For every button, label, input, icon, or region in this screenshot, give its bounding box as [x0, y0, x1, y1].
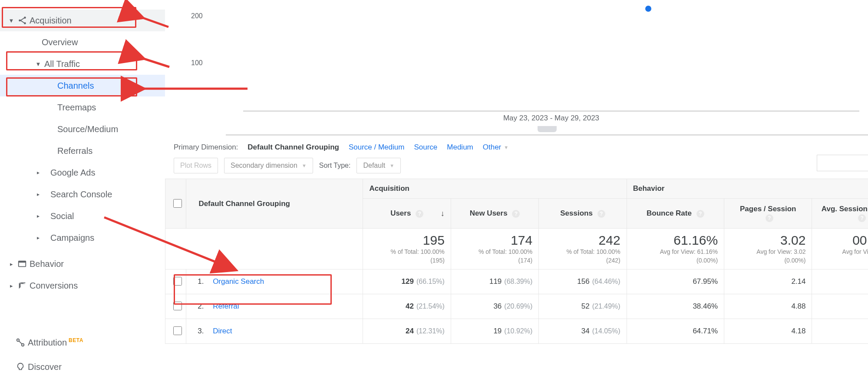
caret-down-icon: ▼	[302, 163, 307, 168]
nav-overview[interactable]: Overview	[0, 31, 165, 53]
help-icon[interactable]: ?	[416, 210, 423, 218]
svg-line-3	[20, 18, 24, 21]
header-avg-session-duration[interactable]: Avg. Session Duration ?	[812, 199, 868, 229]
cell-new-users: 19	[493, 327, 502, 335]
chart-x-axis: May 23, 2023 - May 29, 2023	[243, 111, 859, 125]
main-content: Users 200 100 May 23, 2023 - May 29, 202…	[165, 0, 868, 379]
sidebar: ▼ Acquisition Overview ▼ All Traffic Cha…	[0, 0, 165, 379]
cell-new-users-pct: (20.69%)	[504, 303, 532, 310]
select-all-checkbox[interactable]	[173, 199, 182, 208]
sort-type-value: Default	[363, 162, 385, 170]
cell-bounce: 38.46%	[627, 294, 724, 319]
primary-dimension-bar: Primary Dimension: Default Channel Group…	[165, 135, 868, 156]
y-axis-label-100: 100	[191, 59, 203, 67]
acquisition-icon	[15, 16, 30, 25]
cell-sessions-pct: (64.46%)	[592, 278, 620, 285]
nav-campaigns[interactable]: ▸ Campaigns	[0, 227, 165, 249]
help-icon[interactable]: ?	[766, 214, 773, 222]
table-row: 2. Referral 42(21.54%) 36(20.69%) 52(21.…	[165, 294, 868, 319]
nav-google-ads[interactable]: ▸ Google Ads	[0, 162, 165, 183]
nav-referrals[interactable]: Referrals	[0, 140, 165, 162]
channels-table: Default Channel Grouping Acquisition Beh…	[165, 179, 868, 344]
svg-point-0	[19, 20, 21, 22]
help-icon[interactable]: ?	[858, 214, 866, 222]
header-pages-per-session[interactable]: Pages / Session ?	[724, 199, 812, 229]
plot-rows-button[interactable]: Plot Rows	[174, 158, 218, 173]
nav-attribution-label: AttributionBETA	[28, 337, 165, 348]
cell-pps: 2.14	[724, 269, 812, 294]
cell-new-users-pct: (68.39%)	[504, 278, 532, 285]
dim-link-medium[interactable]: Medium	[447, 143, 473, 152]
cell-users-pct: (21.54%)	[416, 303, 445, 310]
nav-attribution[interactable]: AttributionBETA	[0, 330, 165, 355]
header-bounce-rate[interactable]: Bounce Rate ?	[627, 199, 724, 229]
total-bounce-rate: 61.16% Avg for View: 61.16% (0.00%)	[627, 229, 724, 269]
dim-link-other[interactable]: Other ▼	[483, 143, 508, 152]
header-sessions[interactable]: Sessions ?	[539, 199, 627, 229]
caret-down-icon: ▼	[389, 163, 394, 168]
nav-behavior[interactable]: ▸ Behavior	[0, 253, 165, 275]
caret-right-icon: ▸	[35, 170, 42, 176]
nav-discover[interactable]: Discover	[0, 355, 165, 379]
nav-source-medium[interactable]: Source/Medium	[0, 118, 165, 140]
help-icon[interactable]: ?	[597, 210, 605, 218]
channel-link-direct[interactable]: Direct	[213, 327, 232, 335]
nav-all-traffic[interactable]: ▼ All Traffic	[0, 53, 165, 75]
behavior-icon	[15, 259, 30, 269]
table-row: 1. Organic Search 129(66.15%) 119(68.39%…	[165, 269, 868, 294]
header-new-users[interactable]: New Users ?	[451, 199, 538, 229]
cell-users: 42	[406, 302, 414, 310]
cell-sessions: 34	[581, 327, 590, 335]
caret-down-icon: ▼	[504, 145, 508, 150]
totals-row: 195 % of Total: 100.00% (195) 174 % of T…	[165, 229, 868, 269]
nav-conversions[interactable]: ▸ Conversions	[0, 275, 165, 296]
channel-link-referral[interactable]: Referral	[213, 302, 239, 310]
header-asd-label: Avg. Session Duration	[822, 205, 868, 213]
discover-icon	[13, 362, 28, 372]
channel-link-organic-search[interactable]: Organic Search	[213, 277, 264, 286]
row-checkbox[interactable]	[173, 302, 182, 310]
row-checkbox[interactable]	[173, 326, 182, 335]
nav-acquisition[interactable]: ▼ Acquisition	[0, 10, 165, 31]
dim-link-source[interactable]: Source	[414, 143, 437, 152]
caret-right-icon: ▸	[35, 191, 42, 197]
header-group-acquisition: Acquisition	[363, 179, 627, 199]
cell-users-pct: (12.31%)	[416, 327, 445, 335]
cell-pps: 4.88	[724, 294, 812, 319]
total-sessions: 242 % of Total: 100.00% (242)	[539, 229, 627, 269]
help-icon[interactable]: ?	[512, 210, 520, 218]
total-new-users: 174 % of Total: 100.00% (174)	[451, 229, 538, 269]
line-chart[interactable]: 200 100	[208, 7, 868, 111]
secondary-dimension-label: Secondary dimension	[231, 162, 297, 170]
primary-dimension-active[interactable]: Default Channel Grouping	[248, 143, 339, 152]
nav-channels[interactable]: Channels	[0, 75, 165, 96]
cell-asd: 00:01:43	[812, 319, 868, 344]
channel-cell: 1. Organic Search	[186, 269, 363, 294]
header-new-users-label: New Users	[470, 209, 508, 217]
row-checkbox[interactable]	[173, 277, 182, 286]
header-users[interactable]: Users ? ↓	[363, 199, 451, 229]
help-icon[interactable]: ?	[696, 210, 704, 218]
nav-treemaps[interactable]: Treemaps	[0, 96, 165, 118]
caret-down-icon: ▼	[8, 17, 15, 24]
y-axis-label-200: 200	[191, 12, 203, 20]
table-search-input[interactable]	[817, 155, 868, 171]
row-index: 2.	[192, 302, 204, 311]
header-group-behavior: Behavior	[627, 179, 868, 199]
nav-search-console-label: Search Console	[50, 190, 165, 199]
nav-social[interactable]: ▸ Social	[0, 205, 165, 227]
caret-right-icon: ▸	[35, 213, 42, 219]
dim-link-source-medium[interactable]: Source / Medium	[349, 143, 405, 152]
nav-discover-label: Discover	[28, 362, 165, 372]
cell-sessions-pct: (21.49%)	[592, 303, 620, 310]
sort-type-dropdown[interactable]: Default ▼	[356, 158, 401, 173]
chart-expand-handle[interactable]	[538, 126, 557, 132]
secondary-dimension-dropdown[interactable]: Secondary dimension ▼	[224, 158, 313, 173]
nav-search-console[interactable]: ▸ Search Console	[0, 183, 165, 205]
nav-all-traffic-label: All Traffic	[44, 59, 165, 69]
conversions-icon	[15, 281, 30, 290]
cell-new-users: 119	[489, 277, 502, 286]
channel-cell: 2. Referral	[186, 294, 363, 319]
header-dimension[interactable]: Default Channel Grouping	[186, 179, 363, 229]
nav-behavior-label: Behavior	[30, 259, 165, 269]
